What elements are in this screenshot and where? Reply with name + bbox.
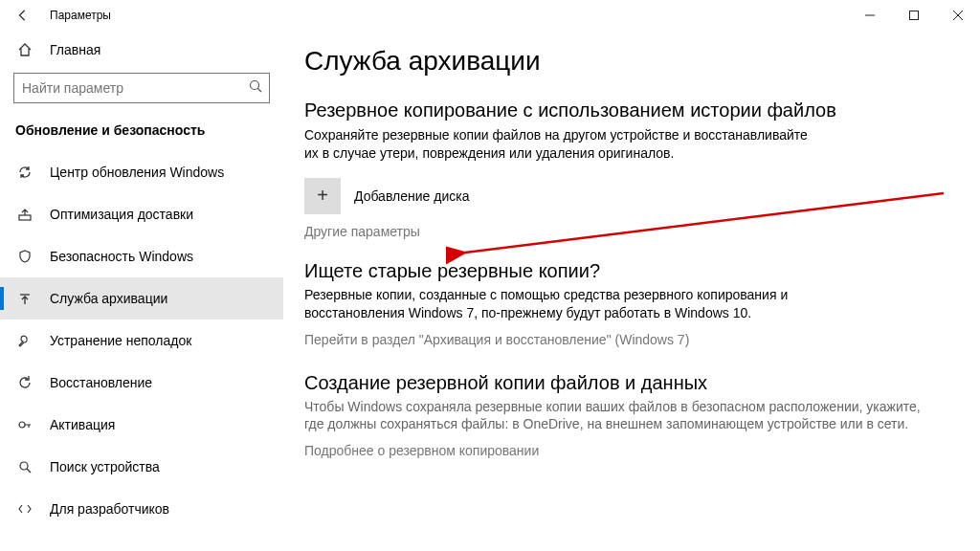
sidebar-item-label: Центр обновления Windows: [50, 165, 224, 180]
section-file-history-desc: Сохраняйте резервные копии файлов на дру…: [304, 126, 821, 163]
svg-rect-6: [19, 215, 31, 220]
add-disk-label: Добавление диска: [354, 188, 469, 204]
sidebar-item-label: Для разработчиков: [50, 501, 169, 517]
search-icon: [248, 78, 263, 98]
backup-icon: [15, 291, 34, 306]
sidebar-item-troubleshoot[interactable]: Устранение неполадок: [0, 320, 283, 362]
shield-icon: [15, 249, 34, 264]
add-disk-button[interactable]: + Добавление диска: [304, 178, 953, 214]
sidebar-item-label: Поиск устройства: [50, 459, 160, 474]
more-options-link[interactable]: Другие параметры: [304, 224, 953, 239]
recovery-icon: [15, 375, 34, 390]
sidebar-item-backup[interactable]: Служба архивации: [0, 277, 283, 320]
sidebar-item-activation[interactable]: Активация: [0, 404, 283, 446]
section-old-backups-title: Ищете старые резервные копии?: [304, 260, 953, 282]
search-box[interactable]: [13, 73, 270, 103]
sidebar: Главная Обновление и безопасность Центр …: [0, 31, 283, 551]
window-title: Параметры: [38, 9, 111, 22]
svg-point-7: [19, 422, 25, 428]
sidebar-section-header: Обновление и безопасность: [0, 113, 283, 151]
close-icon: [953, 11, 963, 20]
section-old-backups-desc: Резервные копии, созданные с помощью сре…: [304, 286, 821, 322]
sidebar-item-label: Служба архивации: [50, 291, 167, 306]
svg-rect-1: [910, 11, 919, 20]
content-area: Служба архивации Резервное копирование с…: [283, 31, 980, 551]
sidebar-home-label: Главная: [50, 42, 100, 57]
sidebar-home[interactable]: Главная: [0, 31, 283, 69]
find-device-icon: [15, 459, 34, 474]
maximize-button[interactable]: [892, 0, 936, 31]
minimize-icon: [865, 11, 875, 20]
developer-icon: [15, 501, 34, 517]
svg-line-9: [27, 469, 31, 473]
sidebar-nav: Центр обновления Windows Оптимизация дос…: [0, 151, 283, 530]
sidebar-item-windows-security[interactable]: Безопасность Windows: [0, 235, 283, 277]
goto-backup-restore-link[interactable]: Перейти в раздел "Архивация и восстановл…: [304, 332, 953, 347]
plus-icon: +: [304, 178, 341, 214]
maximize-icon: [909, 11, 919, 20]
sync-icon: [15, 165, 34, 180]
svg-point-4: [251, 81, 259, 90]
sidebar-item-label: Восстановление: [50, 375, 152, 390]
key-icon: [15, 417, 34, 432]
sidebar-item-label: Активация: [50, 417, 115, 432]
svg-line-5: [258, 89, 262, 93]
wrench-icon: [15, 333, 34, 348]
sidebar-item-find-device[interactable]: Поиск устройства: [0, 446, 283, 488]
sidebar-item-label: Оптимизация доставки: [50, 207, 193, 222]
home-icon: [15, 42, 34, 57]
section-file-history-title: Резервное копирование с использованием и…: [304, 98, 953, 122]
back-button[interactable]: [8, 9, 38, 22]
sidebar-item-label: Устранение неполадок: [50, 333, 191, 348]
delivery-icon: [15, 207, 34, 222]
title-bar: Параметры: [0, 0, 980, 31]
sidebar-item-label: Безопасность Windows: [50, 249, 193, 264]
sidebar-item-recovery[interactable]: Восстановление: [0, 362, 283, 404]
sidebar-item-developers[interactable]: Для разработчиков: [0, 488, 283, 530]
section-create-backup-desc: Чтобы Windows сохраняла резервные копии …: [304, 398, 936, 434]
svg-point-8: [20, 462, 28, 470]
close-button[interactable]: [936, 0, 980, 31]
search-input[interactable]: [22, 80, 248, 96]
sidebar-item-windows-update[interactable]: Центр обновления Windows: [0, 151, 283, 193]
page-title: Служба архивации: [304, 46, 953, 77]
learn-more-link[interactable]: Подробнее о резервном копировании: [304, 443, 953, 458]
arrow-left-icon: [16, 9, 30, 22]
section-create-backup-title: Создание резервной копии файлов и данных: [304, 372, 953, 394]
minimize-button[interactable]: [848, 0, 892, 31]
sidebar-item-delivery-optimization[interactable]: Оптимизация доставки: [0, 193, 283, 235]
